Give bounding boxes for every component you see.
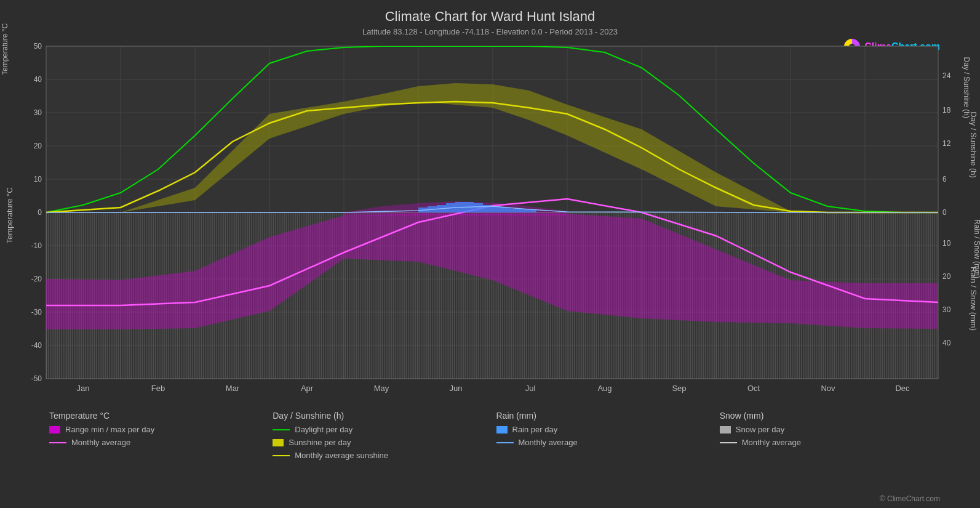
svg-rect-67 [511,209,520,212]
svg-text:Nov: Nov [821,384,835,393]
legend-line-daylight [273,429,290,430]
legend-col-rain: Rain (mm) Rain per day Monthly average [496,411,720,464]
chart-container: Climate Chart for Ward Hunt Island Latit… [0,0,980,508]
svg-text:24: 24 [942,71,951,80]
svg-text:30: 30 [942,305,951,314]
legend-label-rain-avg: Monthly average [519,438,578,447]
legend-col-sunshine: Day / Sunshine (h) Daylight per day Suns… [273,411,496,464]
axis-title-right-top: Day / Sunshine (h) [962,57,971,118]
svg-text:10: 10 [942,239,951,248]
legend-item-sunshine-per-day: Sunshine per day [273,438,496,447]
svg-text:20: 20 [34,142,42,150]
legend-col-temperature: Temperature °C Range min / max per day M… [49,411,273,464]
svg-text:Jul: Jul [525,384,536,393]
legend-label-sunshine-per-day: Sunshine per day [289,438,351,447]
legend-line-sunshine-avg [273,455,290,456]
svg-text:-20: -20 [31,275,42,283]
svg-text:Day / Sunshine (h): Day / Sunshine (h) [969,111,978,178]
svg-rect-69 [529,210,536,212]
chart-subtitle: Latitude 83.128 - Longitude -74.118 - El… [0,27,980,36]
legend-col-snow: Snow (mm) Snow per day Monthly average [720,411,943,464]
legend-label-snow-avg: Monthly average [742,438,801,447]
legend-area: Temperature °C Range min / max per day M… [49,411,943,464]
legend-item-snow-avg: Monthly average [720,438,943,447]
svg-text:40: 40 [34,75,42,84]
legend-swatch-temp-range [49,426,60,433]
legend-label-temp-range: Range min / max per day [65,425,154,434]
svg-text:Apr: Apr [301,384,314,393]
legend-item-daylight: Daylight per day [273,425,496,434]
svg-text:Jun: Jun [450,384,463,393]
legend-title-rain: Rain (mm) [496,411,720,421]
svg-text:-40: -40 [31,341,42,350]
legend-title-sunshine: Day / Sunshine (h) [273,411,496,421]
legend-label-daylight: Daylight per day [295,425,353,434]
svg-text:Sep: Sep [672,384,686,393]
svg-text:May: May [374,384,389,393]
legend-line-snow-avg [720,442,737,443]
legend-swatch-snow [720,426,731,433]
legend-item-sunshine-avg: Monthly average sunshine [273,451,496,460]
svg-text:-10: -10 [31,241,42,250]
svg-text:12: 12 [942,139,951,148]
svg-text:Jan: Jan [77,384,90,393]
svg-text:6: 6 [942,175,947,183]
copyright: © ClimeChart.com [880,494,940,503]
axis-title-left: Temperature °C [1,23,9,75]
svg-text:-50: -50 [31,374,42,383]
svg-text:-30: -30 [31,308,42,316]
svg-text:50: 50 [34,42,42,50]
legend-label-rain-per-day: Rain per day [512,425,558,434]
svg-rect-66 [501,208,511,212]
legend-label-sunshine-avg: Monthly average sunshine [295,451,388,460]
axis-title-right-bottom: Rain / Snow (mm) [973,219,980,278]
svg-text:Temperature °C: Temperature °C [5,187,14,243]
legend-label-snow-per-day: Snow per day [736,425,785,434]
svg-text:40: 40 [942,339,951,347]
svg-text:0: 0 [942,208,947,217]
legend-item-temp-range: Range min / max per day [49,425,273,434]
svg-rect-63 [474,203,483,212]
svg-text:10: 10 [34,175,42,183]
legend-item-rain-per-day: Rain per day [496,425,720,434]
legend-line-temp-avg [49,442,66,443]
svg-text:0: 0 [38,208,42,217]
main-chart-svg: 50 40 30 20 10 0 -10 -20 -30 -40 -50 0 6… [0,40,980,403]
legend-swatch-sunshine [273,439,284,446]
legend-title-snow: Snow (mm) [720,411,943,421]
svg-text:Oct: Oct [747,384,760,393]
legend-title-temperature: Temperature °C [49,411,273,421]
legend-line-rain-avg [496,442,514,443]
legend-item-temp-avg: Monthly average [49,438,273,447]
legend-item-snow-per-day: Snow per day [720,425,943,434]
svg-text:Dec: Dec [895,384,910,393]
chart-title: Climate Chart for Ward Hunt Island [0,0,980,25]
legend-item-rain-avg: Monthly average [496,438,720,447]
legend-label-temp-avg: Monthly average [71,438,130,447]
svg-text:Aug: Aug [597,384,612,393]
svg-text:Mar: Mar [226,384,240,393]
svg-text:30: 30 [34,108,42,117]
svg-text:Feb: Feb [151,384,165,393]
legend-swatch-rain [496,426,508,433]
svg-text:20: 20 [942,272,951,281]
svg-text:18: 18 [942,106,951,115]
